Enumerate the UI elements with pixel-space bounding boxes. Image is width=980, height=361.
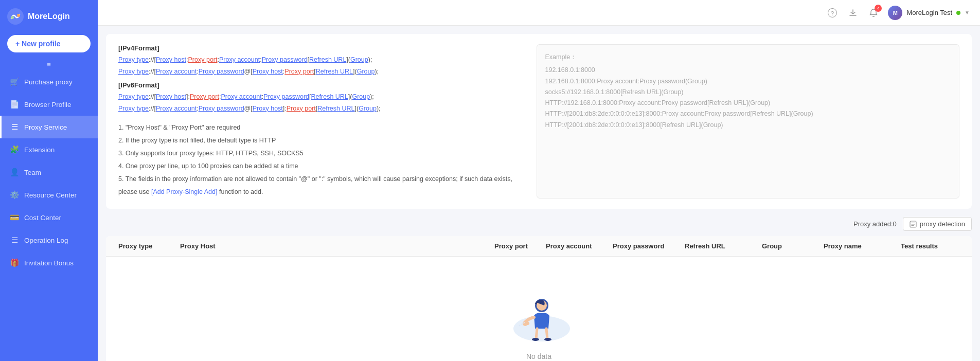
example-5: HTTP://[2001:db8:2de:0:0:0:0:e13]:8000:P…: [545, 109, 951, 119]
refresh-url-link-2[interactable]: Refresh URL: [316, 68, 353, 75]
example-2: 192.168.0.1:8000:Proxy account:Proxy pas…: [545, 76, 951, 87]
proxy-table: Proxy type Proxy Host Proxy port Proxy a…: [106, 236, 972, 361]
format-panel: [IPv4Format] Proxy type://[Proxy host:Pr…: [106, 34, 972, 209]
team-icon: 👤: [10, 168, 19, 177]
group-link-2[interactable]: Group: [357, 68, 375, 75]
proxy-port-link-1[interactable]: Proxy port: [188, 56, 218, 63]
group-link-4[interactable]: Group: [359, 105, 377, 112]
ipv6-title: [IPv6Format]: [118, 81, 524, 89]
sidebar-item-label: Proxy Service: [24, 123, 67, 131]
group-link-3[interactable]: Group: [352, 93, 370, 100]
example-title: Example：: [545, 52, 951, 63]
sidebar-item-purchase-proxy[interactable]: 🛒 Purchase proxy: [0, 70, 98, 93]
extension-icon: 🧩: [10, 145, 19, 154]
refresh-url-link-4[interactable]: Refresh URL: [317, 105, 354, 112]
proxy-type-link-3[interactable]: Proxy type: [118, 93, 149, 100]
sidebar-item-resource-center[interactable]: ⚙️ Resource Center: [0, 184, 98, 206]
proxy-account-link-1[interactable]: Proxy account: [219, 56, 260, 63]
proxy-port-link-2[interactable]: Proxy port: [284, 68, 314, 75]
proxy-added-label: Proxy added:0: [853, 220, 897, 228]
single-add-link[interactable]: [Add Proxy-Single Add]: [151, 188, 218, 195]
online-status-dot: [956, 11, 960, 15]
user-info[interactable]: M MoreLogin Test ▼: [888, 6, 970, 20]
ipv6-line1: Proxy type://[Proxy host]:Proxy port:Pro…: [118, 91, 524, 103]
refresh-url-link-1[interactable]: Refresh URL: [309, 56, 346, 63]
example-3: socks5://192.168.0.1:8000[Refresh URL](G…: [545, 87, 951, 98]
sidebar: MoreLogin + New profile ≡ 🛒 Purchase pro…: [0, 0, 98, 361]
help-icon[interactable]: ?: [826, 7, 839, 19]
proxy-action-row: Proxy added:0 proxy detection: [106, 217, 972, 231]
sidebar-item-operation-log[interactable]: ☰ Operation Log: [0, 229, 98, 251]
proxy-password-link-3[interactable]: Proxy password: [263, 93, 309, 100]
invitation-bonus-icon: 🎁: [10, 258, 19, 267]
resource-center-icon: ⚙️: [10, 190, 19, 200]
empty-illustration: [503, 287, 575, 344]
empty-state: No data: [106, 257, 972, 361]
col-proxy-type: Proxy type: [114, 236, 176, 256]
sidebar-item-proxy-service[interactable]: ☰ Proxy Service: [0, 116, 98, 138]
sidebar-item-label: Team: [24, 169, 41, 176]
proxy-type-link-1[interactable]: Proxy type: [118, 56, 149, 63]
col-proxy-host: Proxy Host: [176, 236, 490, 256]
sidebar-nav: 🛒 Purchase proxy 📄 Browser Profile ☰ Pro…: [0, 70, 98, 361]
proxy-service-icon: ☰: [10, 122, 19, 132]
new-profile-button[interactable]: + New profile: [7, 35, 91, 52]
svg-point-2: [17, 14, 20, 17]
cost-center-icon: 💳: [10, 213, 19, 222]
proxy-host-link-1[interactable]: Proxy host: [156, 56, 186, 63]
table-header: Proxy type Proxy Host Proxy port Proxy a…: [106, 236, 972, 257]
proxy-detection-button[interactable]: proxy detection: [903, 217, 972, 231]
collapse-icon[interactable]: ≡: [0, 59, 98, 70]
col-proxy-account: Proxy account: [542, 236, 609, 256]
proxy-host-link-3[interactable]: Proxy host: [156, 93, 186, 100]
proxy-port-link-4[interactable]: Proxy port: [287, 105, 316, 112]
group-link-1[interactable]: Group: [350, 56, 368, 63]
logo: MoreLogin: [0, 0, 98, 33]
notification-icon[interactable]: 4: [867, 7, 880, 19]
format-notes: 1. "Proxy Host" & "Proxy Port" are requi…: [118, 121, 524, 198]
note-3: 3. Only supports four proxy types: HTTP,…: [118, 147, 524, 160]
proxy-password-link-2[interactable]: Proxy password: [199, 68, 244, 75]
ipv4-title: [IPv4Format]: [118, 44, 524, 52]
col-proxy-name: Proxy name: [819, 236, 897, 256]
notification-badge: 4: [875, 5, 882, 12]
proxy-port-link-3[interactable]: Proxy port: [190, 93, 219, 100]
sidebar-item-label: Extension: [24, 146, 55, 154]
proxy-type-link-2[interactable]: Proxy type: [118, 68, 149, 75]
user-name: MoreLogin Test: [906, 9, 952, 16]
proxy-password-link-1[interactable]: Proxy password: [262, 56, 308, 63]
example-6: HTTP://[2001:db8:2de:0:0:0:0:e13]:8000[R…: [545, 120, 951, 131]
note-2: 2. If the proxy type is not filled, the …: [118, 134, 524, 147]
browser-profile-icon: 📄: [10, 100, 19, 109]
col-test-results: Test results: [897, 236, 964, 256]
sidebar-item-invitation-bonus[interactable]: 🎁 Invitation Bonus: [0, 251, 98, 274]
proxy-type-link-4[interactable]: Proxy type: [118, 105, 149, 112]
format-examples: Example： 192.168.0.1:8000 192.168.0.1:80…: [537, 44, 960, 198]
download-icon[interactable]: [847, 7, 859, 19]
empty-text: No data: [526, 352, 551, 360]
proxy-account-link-3[interactable]: Proxy account: [221, 93, 261, 100]
ipv4-line2: Proxy type://[Proxy account:Proxy passwo…: [118, 66, 524, 78]
detect-icon: [910, 221, 917, 228]
proxy-account-link-2[interactable]: Proxy account: [156, 68, 197, 75]
format-instructions: [IPv4Format] Proxy type://[Proxy host:Pr…: [118, 44, 524, 198]
proxy-host-link-2[interactable]: Proxy host: [253, 68, 283, 75]
sidebar-item-browser-profile[interactable]: 📄 Browser Profile: [0, 93, 98, 116]
sidebar-item-cost-center[interactable]: 💳 Cost Center: [0, 206, 98, 229]
refresh-url-link-3[interactable]: Refresh URL: [311, 93, 348, 100]
operation-log-icon: ☰: [10, 236, 19, 245]
note-5: 5. The fields in the proxy information a…: [118, 173, 524, 198]
avatar: M: [888, 6, 902, 20]
proxy-added-count: 0: [893, 220, 897, 228]
logo-text: MoreLogin: [28, 12, 70, 21]
proxy-account-link-4[interactable]: Proxy account: [156, 105, 197, 112]
purchase-proxy-icon: 🛒: [10, 77, 19, 86]
proxy-password-link-4[interactable]: Proxy password: [199, 105, 244, 112]
main-content: ? 4 M MoreLogin Test ▼ [IPv4Format]: [98, 0, 980, 361]
svg-point-1: [11, 16, 14, 19]
sidebar-item-team[interactable]: 👤 Team: [0, 161, 98, 184]
sidebar-item-extension[interactable]: 🧩 Extension: [0, 138, 98, 161]
example-1: 192.168.0.1:8000: [545, 65, 951, 76]
proxy-host-link-4[interactable]: Proxy host: [253, 105, 283, 112]
sidebar-item-label: Operation Log: [24, 237, 68, 244]
